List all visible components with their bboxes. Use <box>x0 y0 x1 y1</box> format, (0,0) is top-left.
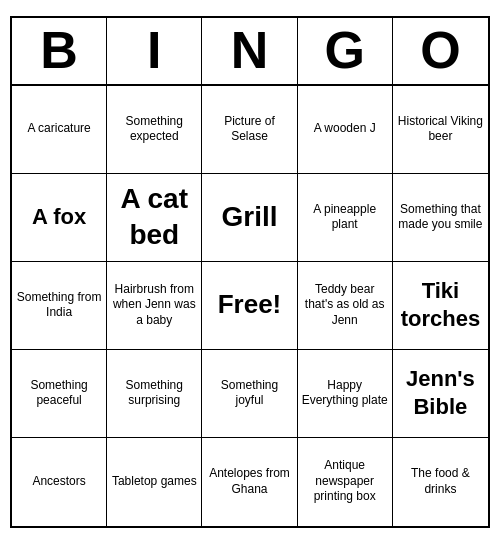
bingo-cell-15: Something peaceful <box>12 350 107 438</box>
bingo-cell-23: Antique newspaper printing box <box>298 438 393 526</box>
bingo-cell-5: A fox <box>12 174 107 262</box>
bingo-letter-g: G <box>298 18 393 83</box>
bingo-cell-4: Historical Viking beer <box>393 86 488 174</box>
bingo-cell-10: Something from India <box>12 262 107 350</box>
bingo-letter-n: N <box>202 18 297 83</box>
bingo-cell-19: Jenn's Bible <box>393 350 488 438</box>
bingo-letter-b: B <box>12 18 107 83</box>
bingo-cell-18: Happy Everything plate <box>298 350 393 438</box>
bingo-cell-12: Free! <box>202 262 297 350</box>
bingo-cell-14: Tiki torches <box>393 262 488 350</box>
bingo-cell-17: Something joyful <box>202 350 297 438</box>
bingo-grid: A caricatureSomething expectedPicture of… <box>12 86 488 526</box>
bingo-cell-3: A wooden J <box>298 86 393 174</box>
bingo-cell-1: Something expected <box>107 86 202 174</box>
bingo-letter-i: I <box>107 18 202 83</box>
bingo-cell-22: Antelopes from Ghana <box>202 438 297 526</box>
bingo-header: BINGO <box>12 18 488 85</box>
bingo-cell-13: Teddy bear that's as old as Jenn <box>298 262 393 350</box>
bingo-cell-16: Something surprising <box>107 350 202 438</box>
bingo-cell-20: Ancestors <box>12 438 107 526</box>
bingo-letter-o: O <box>393 18 488 83</box>
bingo-cell-11: Hairbrush from when Jenn was a baby <box>107 262 202 350</box>
bingo-cell-24: The food & drinks <box>393 438 488 526</box>
bingo-cell-6: A cat bed <box>107 174 202 262</box>
bingo-cell-2: Picture of Selase <box>202 86 297 174</box>
bingo-card: BINGO A caricatureSomething expectedPict… <box>10 16 490 527</box>
bingo-cell-21: Tabletop games <box>107 438 202 526</box>
bingo-cell-9: Something that made you smile <box>393 174 488 262</box>
bingo-cell-8: A pineapple plant <box>298 174 393 262</box>
bingo-cell-0: A caricature <box>12 86 107 174</box>
bingo-cell-7: Grill <box>202 174 297 262</box>
